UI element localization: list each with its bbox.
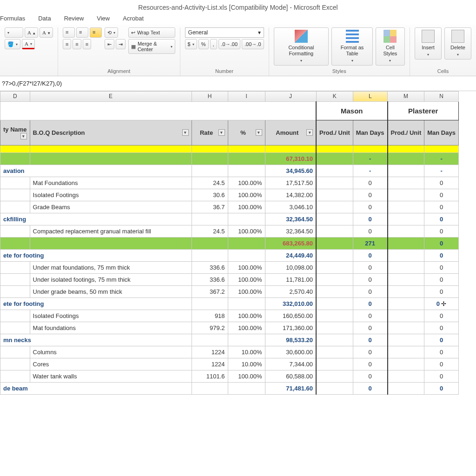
colhdr-M[interactable]: M [388,91,424,101]
table-row[interactable]: 67,310.10-- [0,152,459,165]
table-row[interactable]: avation34,945.60-- [0,165,459,177]
insert-button[interactable]: Insert▾ [415,27,442,60]
align-center-icon: ≡ [75,41,78,47]
filter-icon[interactable]: ▾ [256,129,262,136]
orientation-button[interactable]: ⟲▾ [105,27,118,38]
wrap-text-icon: ↩ [131,30,135,36]
colhdr-D[interactable]: D [0,91,30,101]
increase-decimal-button[interactable]: .0→.00 [218,39,240,49]
align-right-button[interactable]: ≡ [83,39,91,49]
table-row[interactable]: 683,265.802710 [0,237,459,249]
filter-icon[interactable]: ▾ [20,133,27,139]
table-row[interactable]: Mat foundations979.2100.00%171,360.0000 [0,322,459,334]
delete-button[interactable]: Delete▾ [444,27,471,60]
number-format-combo[interactable]: General▾ [185,27,264,38]
colhdr-H[interactable]: H [192,91,228,101]
colhdr-L[interactable]: L [353,91,387,101]
align-top-icon: ≡ [66,29,72,36]
currency-button[interactable]: $▾ [185,39,197,49]
table-row[interactable]: ckfilling32,364.5000 [0,213,459,225]
table-row[interactable]: Grade Beams36.7100.00%3,046.1000 [0,201,459,213]
table-row[interactable]: Columns122410.00%30,600.0000 [0,346,459,358]
font-size-combo[interactable]: ▾ [5,27,23,38]
menu-formulas[interactable]: Formulas [0,15,25,22]
insert-icon [422,30,435,43]
cell-styles-button[interactable]: Cell Styles▾ [376,27,405,66]
table-row[interactable]: ete for footing332,010.0000 ✢ [0,298,459,310]
spreadsheet-grid[interactable]: D E H I J K L M N Mason Plasterer ty Nam… [0,91,476,395]
menu-bar: Formulas Data Review View Acrobat [0,13,476,25]
filter-icon[interactable]: ▾ [182,129,189,136]
menu-data[interactable]: Data [38,15,51,22]
formula-bar[interactable]: ?7>0,(F27*I27/K27),0) [0,76,476,91]
merge-icon: ▦ [131,44,136,50]
table-row[interactable]: de beam71,481.6000 [0,382,459,394]
hdr-tyname[interactable]: ty Name▾ [0,120,30,145]
hdr-mandays-1[interactable]: Man Days [353,120,387,145]
hdr-produnit-1[interactable]: Prod./ Unit [316,120,353,145]
hdr-rate[interactable]: Rate▾ [192,120,228,145]
align-right-icon: ≡ [86,41,88,47]
cell-styles-icon [383,30,397,43]
align-left-button[interactable]: ≡ [63,39,71,49]
increase-indent-button[interactable]: ⇥ [116,39,126,49]
colhdr-E[interactable]: E [30,91,192,101]
hdr-pct[interactable]: %▾ [228,120,265,145]
dedent-icon: ⇤ [107,41,112,47]
menu-acrobat[interactable]: Acrobat [123,15,144,22]
group-styles: Conditional Formatting▾ Format as Table▾… [269,27,410,76]
increase-decimal-icon: .0→.00 [221,41,238,47]
cells-label: Cells [415,68,471,74]
wrap-text-button[interactable]: ↩Wrap Text [128,27,175,38]
align-center-button[interactable]: ≡ [73,39,81,49]
align-bottom-icon: ≡ [93,29,99,36]
merge-center-button[interactable]: ▦Merge & Center▾ [128,39,175,54]
percent-button[interactable]: % [198,39,209,49]
colhdr-I[interactable]: I [228,91,265,101]
table-row[interactable]: Mat Foundations24.5100.00%17,517.5000 [0,177,459,189]
shrink-font-button[interactable]: A▾ [40,27,53,38]
colhdr-K[interactable]: K [316,91,353,101]
table-row[interactable]: mn necks98,533.2000 [0,334,459,346]
table-row[interactable]: ete for footing24,449.4000 [0,249,459,261]
table-row[interactable]: Compacted replacement granual material f… [0,225,459,237]
table-row[interactable]: Under isolated footings, 75 mm thick336.… [0,273,459,285]
hdr-amount[interactable]: Amount▾ [265,120,316,145]
orientation-icon: ⟲ [107,30,112,36]
fill-color-button[interactable]: 🪣▾ [5,39,20,49]
hdr-produnit-2[interactable]: Prod./ Unit [388,120,424,145]
font-color-button[interactable]: A▾ [22,39,35,49]
conditional-formatting-button[interactable]: Conditional Formatting▾ [274,27,329,66]
window-title: Resources-and-Activity-List.xls [Compati… [0,0,476,13]
align-left-icon: ≡ [66,41,68,47]
filter-icon[interactable]: ▾ [218,129,225,136]
comma-button[interactable]: , [210,39,217,49]
table-row[interactable]: Water tank walls1101.6100.00%60,588.0000 [0,370,459,382]
format-as-table-button[interactable]: Format as Table▾ [331,27,373,66]
hdr-mandays-2[interactable]: Man Days [424,120,459,145]
colhdr-N[interactable]: N [424,91,459,101]
align-middle-icon: ≡ [79,29,86,36]
grow-font-button[interactable]: A▴ [25,27,38,38]
mason-header: Mason [316,101,387,120]
align-bottom-button[interactable]: ≡ [90,27,102,38]
filter-icon[interactable]: ▾ [306,129,313,136]
hdr-boq[interactable]: B.O.Q Description▾ [30,120,192,145]
format-table-icon [346,30,359,43]
decrease-decimal-button[interactable]: .00→.0 [242,39,264,49]
align-middle-button[interactable]: ≡ [76,27,88,38]
table-row[interactable]: Isolated Footings30.6100.00%14,382.0000 [0,189,459,201]
align-top-button[interactable]: ≡ [63,27,75,38]
menu-review[interactable]: Review [64,15,84,22]
delete-icon [451,30,464,43]
colhdr-J[interactable]: J [265,91,316,101]
group-number: General▾ $▾ % , .0→.00 .00→.0 Number [180,27,269,76]
decrease-decimal-icon: .00→.0 [245,41,261,47]
table-row[interactable]: Under mat foundations, 75 mm thick336.61… [0,261,459,273]
table-row[interactable]: Cores122410.00%7,344.0000 [0,358,459,370]
menu-view[interactable]: View [97,15,110,22]
group-header-row: Mason Plasterer [0,101,459,120]
table-row[interactable]: Isolated Footings918100.00%160,650.0000 [0,310,459,322]
table-row[interactable]: Under grade beams, 50 mm thick367.2100.0… [0,285,459,298]
decrease-indent-button[interactable]: ⇤ [105,39,114,49]
